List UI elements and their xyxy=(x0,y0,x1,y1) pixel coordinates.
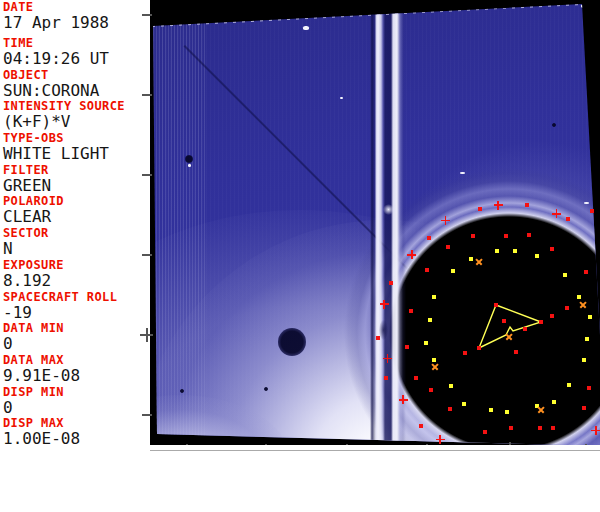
field-value: 8.192 xyxy=(3,272,150,290)
marker-red-cross xyxy=(383,354,392,363)
marker-red-square xyxy=(590,209,594,213)
marker-red-square xyxy=(565,306,569,310)
marker-red-square xyxy=(539,320,543,324)
marker-yellow-square xyxy=(424,341,428,345)
fiducial-overlay xyxy=(150,0,600,450)
metadata-field-disp-max: DISP MAX1.00E-08 xyxy=(0,417,150,446)
marker-red-square xyxy=(509,426,513,430)
marker-yellow-square xyxy=(577,295,581,299)
field-value: 0 xyxy=(3,335,150,353)
marker-red-cross xyxy=(494,201,503,210)
marker-yellow-square xyxy=(567,383,571,387)
metadata-field-date: DATE17 Apr 1988 xyxy=(0,0,150,37)
field-value: 9.91E-08 xyxy=(3,367,150,385)
marker-red-square xyxy=(471,234,475,238)
marker-yellow-square xyxy=(489,408,493,412)
field-value: 04:19:26 UT xyxy=(3,50,150,68)
marker-red-square xyxy=(477,346,481,350)
field-value: CLEAR xyxy=(3,208,150,226)
left-axis-tick xyxy=(142,174,152,176)
field-value: (K+F)*V xyxy=(3,113,150,131)
marker-orange-x xyxy=(475,258,483,266)
field-label: EXPOSURE xyxy=(3,259,150,272)
marker-red-cross xyxy=(407,250,416,259)
marker-yellow-square xyxy=(495,249,499,253)
field-value: -19 xyxy=(3,304,150,322)
marker-yellow-square xyxy=(585,337,589,341)
marker-red-square xyxy=(523,327,527,331)
marker-red-square xyxy=(527,233,531,237)
left-axis-tick xyxy=(142,254,152,256)
field-value: SUN:CORONA xyxy=(3,82,150,100)
marker-red-square xyxy=(566,217,570,221)
metadata-field-object: OBJECTSUN:CORONA xyxy=(0,69,150,101)
marker-yellow-square xyxy=(449,384,453,388)
marker-yellow-square xyxy=(582,358,586,362)
marker-red-square xyxy=(409,309,413,313)
marker-red-square xyxy=(384,376,388,380)
panel-footer-divider xyxy=(150,450,600,451)
smm-coronagraph-display: { "sidebar": { "fields": [ {"label":"DAT… xyxy=(0,0,600,512)
marker-red-square xyxy=(425,268,429,272)
marker-red-square xyxy=(405,345,409,349)
marker-orange-x xyxy=(579,301,587,309)
marker-yellow-square xyxy=(563,273,567,277)
field-value: 1.00E-08 xyxy=(3,430,150,446)
metadata-field-type-obs: TYPE-OBSWHITE LIGHT xyxy=(0,132,150,164)
field-label: OBJECT xyxy=(3,69,150,82)
marker-red-square xyxy=(587,386,591,390)
marker-red-cross xyxy=(552,209,561,218)
marker-red-square xyxy=(538,426,542,430)
marker-yellow-square xyxy=(451,269,455,273)
field-label: SPACECRAFT ROLL xyxy=(3,291,150,304)
marker-red-square xyxy=(504,234,508,238)
marker-yellow-square xyxy=(462,402,466,406)
marker-red-square xyxy=(550,314,554,318)
marker-red-cross xyxy=(591,426,600,435)
marker-red-square xyxy=(419,424,423,428)
field-value: N xyxy=(3,240,150,258)
marker-yellow-square xyxy=(535,254,539,258)
field-label: DATA MAX xyxy=(3,354,150,367)
field-label: FILTER xyxy=(3,164,150,177)
metadata-field-filter: FILTERGREEN xyxy=(0,164,150,196)
field-value: 17 Apr 1988 xyxy=(3,14,150,32)
left-axis-tick xyxy=(142,14,152,16)
marker-red-square xyxy=(446,245,450,249)
marker-orange-x xyxy=(537,406,545,414)
field-label: DATA MIN xyxy=(3,322,150,335)
marker-orange-x xyxy=(505,333,513,341)
field-value: WHITE LIGHT xyxy=(3,145,150,163)
marker-yellow-square xyxy=(428,318,432,322)
marker-red-square xyxy=(584,270,588,274)
marker-red-square xyxy=(494,303,498,307)
metadata-field-polaroid: POLAROIDCLEAR xyxy=(0,195,150,227)
left-axis-cross-v xyxy=(146,328,148,342)
metadata-field-time: TIME04:19:26 UT xyxy=(0,37,150,69)
metadata-sidebar: DATE17 Apr 1988TIME04:19:26 UTOBJECTSUN:… xyxy=(0,0,150,446)
marker-yellow-square xyxy=(505,410,509,414)
footer: HAO SMM Coronagraph 063127191255 xyxy=(0,445,600,512)
field-label: DISP MIN xyxy=(3,386,150,399)
marker-red-cross xyxy=(436,435,445,444)
left-axis-tick xyxy=(142,414,152,416)
marker-red-square xyxy=(514,350,518,354)
field-value: 0 xyxy=(3,399,150,417)
marker-red-square xyxy=(429,388,433,392)
marker-yellow-square xyxy=(588,315,592,319)
marker-yellow-square xyxy=(552,400,556,404)
metadata-field-exposure: EXPOSURE8.192 xyxy=(0,259,150,291)
marker-red-cross xyxy=(441,216,450,225)
marker-red-square xyxy=(525,203,529,207)
marker-red-square xyxy=(389,281,393,285)
metadata-field-intensity-source: INTENSITY SOURCE(K+F)*V xyxy=(0,100,150,132)
marker-red-square xyxy=(463,351,467,355)
marker-red-cross xyxy=(380,300,389,309)
marker-red-square xyxy=(550,247,554,251)
marker-red-square xyxy=(478,207,482,211)
marker-red-square xyxy=(582,406,586,410)
marker-red-cross xyxy=(399,395,408,404)
marker-red-square xyxy=(502,319,506,323)
marker-yellow-square xyxy=(513,249,517,253)
marker-yellow-square xyxy=(432,295,436,299)
